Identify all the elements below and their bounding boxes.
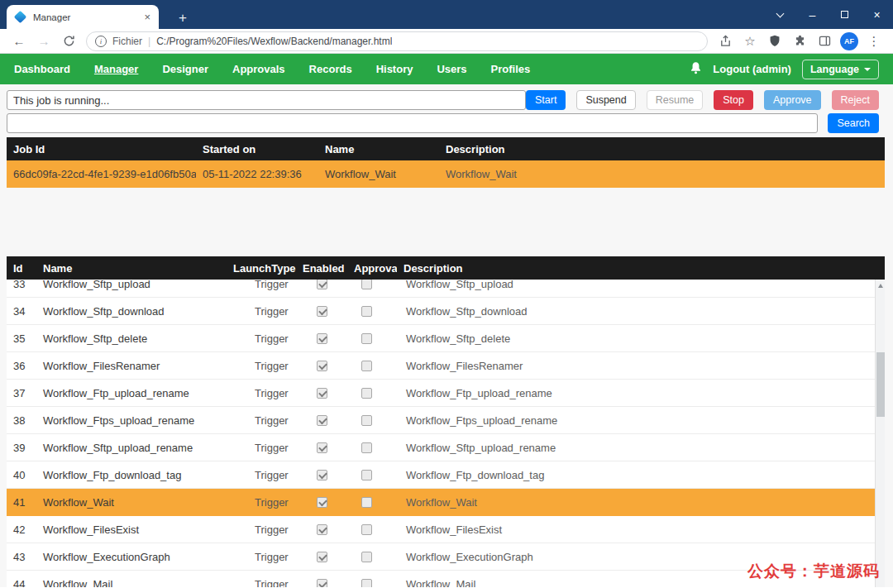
back-icon[interactable]: ← <box>9 31 29 51</box>
language-label: Language <box>810 64 859 75</box>
approval-checkbox[interactable] <box>361 415 372 426</box>
enabled-checkbox[interactable] <box>317 470 327 480</box>
workflow-row-38[interactable]: 38Workflow_Ftps_upload_renameTriggerWork… <box>7 407 875 434</box>
workflow-row-40[interactable]: 40Workflow_Ftp_download_tagTriggerWorkfl… <box>7 461 875 489</box>
approval-checkbox[interactable] <box>361 333 372 344</box>
enabled-checkbox[interactable] <box>317 497 327 508</box>
enabled-checkbox[interactable] <box>317 280 327 289</box>
nav-item-manager[interactable]: Manager <box>94 63 138 75</box>
workflow-approval-cell <box>347 497 397 508</box>
notifications-bell-icon[interactable] <box>690 61 702 78</box>
workflow-launchtype-cell: Trigger <box>227 280 296 290</box>
bookmark-star-icon[interactable]: ☆ <box>740 31 760 51</box>
scrollbar-thumb[interactable] <box>876 352 885 417</box>
forward-icon[interactable]: → <box>34 31 54 51</box>
workflow-description-cell: Workflow_FilesRenamer <box>397 360 875 372</box>
search-button[interactable]: Search <box>828 113 879 133</box>
approval-checkbox[interactable] <box>361 579 372 588</box>
profile-avatar[interactable]: AF <box>840 32 858 50</box>
enabled-checkbox[interactable] <box>317 415 327 426</box>
tab-search-chevron-icon[interactable] <box>764 0 796 29</box>
workflow-id-cell: 44 <box>7 578 36 588</box>
workflow-row-37[interactable]: 37Workflow_Ftp_upload_renameTriggerWorkf… <box>7 380 875 407</box>
enabled-checkbox[interactable] <box>317 552 327 562</box>
workflow-id-cell: 40 <box>7 469 36 481</box>
suspend-button[interactable]: Suspend <box>576 90 635 110</box>
language-dropdown[interactable]: Language <box>802 60 879 79</box>
workflow-launchtype-cell: Trigger <box>227 332 296 345</box>
close-window-button[interactable]: × <box>861 0 893 29</box>
approval-checkbox[interactable] <box>361 524 372 535</box>
search-input[interactable] <box>7 113 818 133</box>
nav-item-designer[interactable]: Designer <box>162 63 208 75</box>
share-icon[interactable] <box>715 31 735 51</box>
approval-checkbox[interactable] <box>361 470 372 480</box>
enabled-checkbox[interactable] <box>317 442 327 453</box>
browser-menu-icon[interactable]: ⋮ <box>864 31 884 51</box>
nav-item-users[interactable]: Users <box>437 63 466 75</box>
workflow-description-cell: Workflow_Sftp_delete <box>397 332 875 345</box>
approval-checkbox[interactable] <box>361 442 372 453</box>
nav-item-approvals[interactable]: Approvals <box>232 63 285 75</box>
enabled-checkbox[interactable] <box>317 524 327 535</box>
start-button[interactable]: Start <box>526 90 566 110</box>
workflow-row-44[interactable]: 44Workflow_MailTriggerWorkflow_Mail <box>7 571 875 587</box>
workflow-row-36[interactable]: 36Workflow_FilesRenamerTriggerWorkflow_F… <box>7 352 875 380</box>
workflow-row-43[interactable]: 43Workflow_ExecutionGraphTriggerWorkflow… <box>7 543 875 571</box>
workflow-name-cell: Workflow_Sftp_upload <box>36 280 227 290</box>
reload-icon[interactable] <box>59 31 79 51</box>
minimize-button[interactable]: – <box>796 0 829 29</box>
workflow-approval-cell <box>347 333 397 344</box>
approval-checkbox[interactable] <box>361 280 372 289</box>
workflow-description-cell: Workflow_Ftp_upload_rename <box>397 387 875 399</box>
tab-close-icon[interactable]: × <box>141 11 153 23</box>
workflow-row-34[interactable]: 34Workflow_Sftp_downloadTriggerWorkflow_… <box>7 298 875 325</box>
workflow-row-42[interactable]: 42Workflow_FilesExistTriggerWorkflow_Fil… <box>7 516 875 543</box>
extensions-puzzle-icon[interactable] <box>790 31 809 51</box>
enabled-checkbox[interactable] <box>317 388 327 399</box>
workflow-row-41[interactable]: 41Workflow_WaitTriggerWorkflow_Wait <box>7 489 875 516</box>
enabled-checkbox[interactable] <box>317 333 327 344</box>
maximize-button[interactable] <box>829 0 861 29</box>
job-row[interactable]: 66dc09fa-22cd-4fe1-9239-e1d06fb50a9505-1… <box>7 160 885 188</box>
workflow-name-cell: Workflow_ExecutionGraph <box>36 551 227 563</box>
resume-button[interactable]: Resume <box>647 90 704 110</box>
enabled-checkbox[interactable] <box>317 306 327 317</box>
approval-checkbox[interactable] <box>361 306 372 317</box>
workflow-row-35[interactable]: 35Workflow_Sftp_deleteTriggerWorkflow_Sf… <box>7 325 875 352</box>
nav-item-dashboard[interactable]: Dashboard <box>14 63 70 75</box>
enabled-checkbox[interactable] <box>317 579 327 588</box>
info-glyph: i <box>100 37 103 45</box>
page-info-icon[interactable]: i <box>95 36 107 47</box>
approval-checkbox[interactable] <box>361 552 372 562</box>
logout-link[interactable]: Logout (admin) <box>713 63 791 75</box>
workflow-approval-cell <box>347 552 397 562</box>
reject-button[interactable]: Reject <box>832 90 879 110</box>
approve-button[interactable]: Approve <box>764 90 821 110</box>
new-tab-button[interactable]: + <box>175 11 190 25</box>
workflow-approval-cell <box>347 415 397 426</box>
side-panel-icon[interactable] <box>814 31 834 51</box>
browser-tab-manager[interactable]: Manager × <box>7 5 159 29</box>
workflow-row-39[interactable]: 39Workflow_Sftp_upload_renameTriggerWork… <box>7 434 875 461</box>
stop-button[interactable]: Stop <box>714 90 753 110</box>
workflows-table-body: 33Workflow_Sftp_uploadTriggerWorkflow_Sf… <box>7 280 875 587</box>
workflow-name-cell: Workflow_Sftp_upload_rename <box>36 442 227 454</box>
address-bar[interactable]: i Fichier | C:/Program%20Files/Wexflow/B… <box>86 31 708 51</box>
table-scrollbar[interactable] <box>875 280 885 587</box>
workflow-name-cell: Workflow_FilesExist <box>36 523 227 536</box>
approval-checkbox[interactable] <box>361 388 372 399</box>
nav-item-records[interactable]: Records <box>309 63 352 75</box>
job-id-cell: 66dc09fa-22cd-4fe1-9239-e1d06fb50a95 <box>7 168 196 180</box>
workflow-launchtype-cell: Trigger <box>227 414 296 427</box>
approval-checkbox[interactable] <box>361 497 372 508</box>
enabled-checkbox[interactable] <box>317 361 327 371</box>
approval-checkbox[interactable] <box>361 361 372 371</box>
shield-extension-icon[interactable] <box>765 31 785 51</box>
job-status-input[interactable] <box>7 90 526 110</box>
nav-item-history[interactable]: History <box>376 63 413 75</box>
nav-item-profiles[interactable]: Profiles <box>491 63 531 75</box>
workflow-row-33[interactable]: 33Workflow_Sftp_uploadTriggerWorkflow_Sf… <box>7 280 875 298</box>
browser-window: Manager × + – × ← → i Fichier | C:/Progr… <box>0 0 893 587</box>
scrollbar-up-arrow-icon[interactable] <box>876 284 885 288</box>
